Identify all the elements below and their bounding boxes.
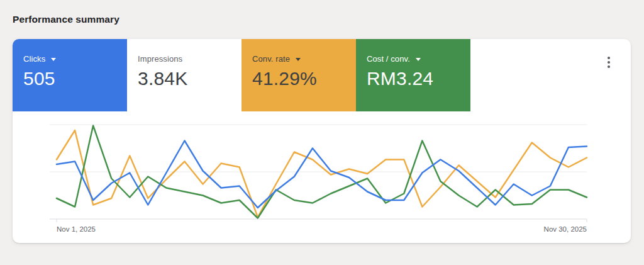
more-options-button[interactable]: [599, 53, 618, 72]
page-title: Performance summary: [13, 14, 119, 25]
metric-card-cost-per-conv[interactable]: Cost / conv. RM3.24: [356, 39, 470, 111]
metric-value: RM3.24: [367, 69, 470, 88]
metric-cards-row: Clicks 505 Impressions 3.84K Conv. rate …: [13, 39, 631, 111]
metric-label: Clicks: [23, 55, 45, 63]
metric-card-header: Impressions: [138, 55, 242, 63]
metric-value: 3.84K: [138, 69, 242, 88]
metric-card-header: Conv. rate: [252, 55, 356, 63]
x-axis-end-label: Nov 30, 2025: [544, 225, 587, 233]
metric-card-header: Clicks: [23, 55, 127, 63]
metric-value: 505: [23, 69, 127, 88]
metric-value: 41.29%: [252, 69, 356, 88]
metric-card-clicks[interactable]: Clicks 505: [13, 39, 127, 111]
performance-chart: Nov 1, 2025 Nov 30, 2025: [13, 111, 631, 243]
chevron-down-icon[interactable]: [416, 58, 421, 61]
metric-card-conv-rate[interactable]: Conv. rate 41.29%: [242, 39, 356, 111]
metric-card-impressions[interactable]: Impressions 3.84K: [127, 39, 242, 111]
chevron-down-icon[interactable]: [296, 58, 301, 61]
performance-summary-panel: Clicks 505 Impressions 3.84K Conv. rate …: [13, 39, 631, 243]
series-line-conv-rate: [57, 130, 587, 217]
metric-card-header: Cost / conv.: [367, 55, 470, 63]
chevron-down-icon[interactable]: [51, 58, 56, 61]
x-axis-start-label: Nov 1, 2025: [57, 225, 96, 233]
metric-label: Cost / conv.: [367, 55, 410, 63]
metric-label: Impressions: [138, 55, 182, 63]
metric-label: Conv. rate: [252, 55, 290, 63]
performance-summary-page: Performance summary Clicks 505 Impressio…: [0, 0, 644, 265]
